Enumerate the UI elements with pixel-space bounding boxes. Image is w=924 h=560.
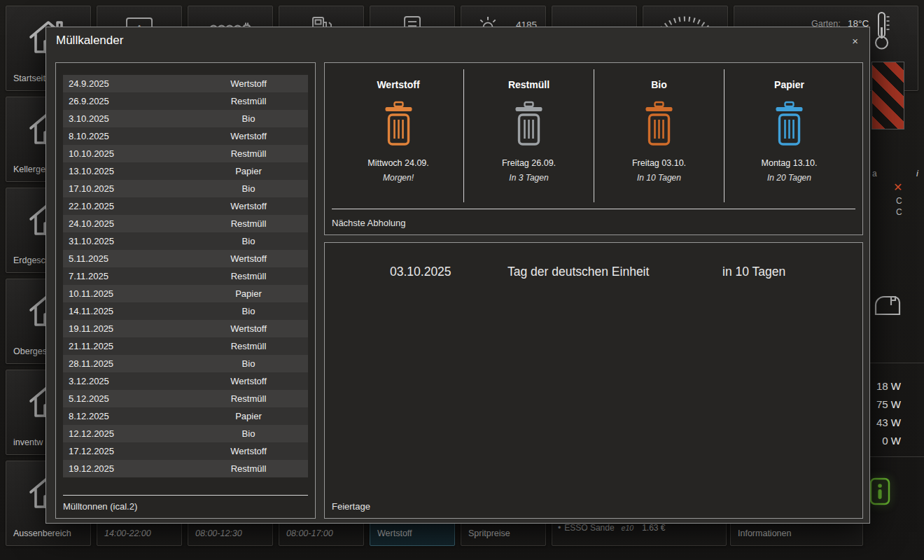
schedule-date: 17.10.2025: [69, 183, 189, 194]
schedule-row: 3.10.2025 Bio: [63, 110, 308, 127]
schedule-date: 19.12.2025: [69, 463, 189, 474]
schedule-type: Bio: [189, 183, 308, 194]
info-green-icon[interactable]: [869, 477, 890, 505]
pickup-date: Freitag 03.10.: [594, 158, 724, 168]
schedule-type: Restmüll: [189, 463, 308, 474]
tile-edge-line: [867, 363, 924, 363]
schedule-row: 24.9.2025 Wertstoff: [63, 75, 308, 92]
schedule-date: 8.10.2025: [69, 131, 189, 141]
next-pickup-caption: Nächste Abholung: [332, 218, 406, 228]
mailbox-icon: [874, 293, 902, 318]
schedule-row: 5.12.2025 Restmüll: [63, 390, 308, 407]
pickup-column: Papier Montag 13.10.: [724, 69, 854, 202]
schedule-type: Restmüll: [189, 271, 308, 281]
schedule-type: Wertstoff: [189, 376, 308, 386]
bullet-icon: •: [558, 523, 561, 533]
schedule-row: 8.12.2025 Papier: [63, 407, 308, 425]
trash-can-icon: [724, 101, 854, 151]
schedule-row: 5.11.2025 Wertstoff: [63, 250, 308, 267]
schedule-type: Bio: [189, 306, 308, 316]
close-icon[interactable]: ×: [848, 34, 862, 48]
schedule-row: 22.10.2025 Wertstoff: [63, 197, 308, 215]
schedule-type: Papier: [189, 411, 308, 421]
next-pickup-panel: Wertstoff Mittwoch 24.09.: [324, 62, 863, 235]
tile-zeit-3-label: 08:00-17:00: [286, 528, 333, 538]
schedule-date: 13.10.2025: [69, 166, 189, 176]
schedule-date: 21.11.2025: [69, 341, 189, 351]
schedule-date: 5.12.2025: [69, 393, 189, 404]
schedule-type: Bio: [189, 113, 308, 124]
schedule-type: Wertstoff: [189, 201, 308, 211]
holidays-caption: Feiertage: [332, 501, 370, 512]
pickup-column: Bio Freitag 03.10.: [594, 69, 724, 202]
info-i-fragment: i: [916, 168, 918, 178]
fuel-price-row: •ESSO Sandee101.63 €: [558, 523, 666, 533]
schedule-type: Restmüll: [189, 393, 308, 404]
schedule-date: 10.10.2025: [69, 148, 189, 159]
schedule-row: 3.12.2025 Wertstoff: [63, 372, 308, 390]
holiday-date: 03.10.2025: [390, 265, 507, 279]
schedule-type: Wertstoff: [189, 78, 308, 89]
pickup-type-label: Restmüll: [464, 79, 594, 90]
text-fragment: C: [896, 207, 902, 217]
schedule-row: 19.11.2025 Wertstoff: [63, 320, 308, 337]
holiday-relative: in 10 Tagen: [722, 265, 862, 279]
pickup-column: Restmüll Freitag 26.09.: [463, 69, 594, 202]
schedule-row: 13.10.2025 Papier: [63, 162, 308, 180]
pickup-type-label: Papier: [724, 79, 854, 90]
schedule-date: 26.9.2025: [69, 96, 189, 106]
pickup-date: Freitag 26.09.: [464, 158, 594, 168]
schedule-row: 17.12.2025 Wertstoff: [63, 442, 308, 460]
schedule-row: 10.10.2025 Restmüll: [63, 145, 308, 162]
schedule-row: 12.12.2025 Bio: [63, 425, 308, 442]
pickup-date: Montag 13.10.: [724, 158, 854, 168]
trash-can-icon: [333, 101, 463, 151]
panel-divider-line: [63, 495, 308, 496]
schedule-caption: Mülltonnen (ical.2): [63, 501, 137, 512]
schedule-row: 19.12.2025 Restmüll: [63, 460, 308, 477]
schedule-row: 24.10.2025 Restmüll: [63, 215, 308, 232]
schedule-date: 8.12.2025: [69, 411, 189, 421]
schedule-list: 24.9.2025 Wertstoff 26.9.2025 Restmüll 3…: [63, 75, 308, 477]
schedule-date: 19.11.2025: [69, 323, 189, 334]
schedule-date: 5.11.2025: [69, 253, 189, 264]
holiday-row: 03.10.2025 Tag der deutschen Einheit in …: [390, 265, 862, 279]
schedule-type: Papier: [189, 288, 308, 299]
schedule-type: Restmüll: [189, 218, 308, 229]
pickup-type-label: Bio: [594, 79, 724, 90]
schedule-type: Bio: [189, 428, 308, 439]
tile-edge-line: [867, 456, 924, 457]
schedule-date: 3.10.2025: [69, 113, 189, 124]
schedule-row: 17.10.2025 Bio: [63, 180, 308, 197]
holiday-name: Tag der deutschen Einheit: [507, 265, 722, 279]
fuel-price: 1.63 €: [642, 523, 665, 533]
tile-wertstoff-label: Wertstoff: [377, 528, 412, 538]
schedule-date: 7.11.2025: [69, 271, 189, 281]
tile-zeit-2-label: 08:00-12:30: [195, 528, 242, 538]
dialog-title: Müllkalender: [56, 34, 123, 48]
tile-zeit-1-label: 14:00-22:00: [104, 528, 151, 538]
schedule-date: 28.11.2025: [69, 358, 189, 369]
pickup-date: Mittwoch 24.09.: [333, 158, 463, 168]
holidays-panel: 03.10.2025 Tag der deutschen Einheit in …: [324, 242, 863, 519]
dashboard-root: Startseite A 4185 Garten: 18°C: [0, 0, 924, 560]
panel-divider-line: [332, 209, 855, 209]
schedule-date: 31.10.2025: [69, 236, 189, 246]
pickup-type-label: Wertstoff: [333, 79, 463, 90]
schedule-row: 8.10.2025 Wertstoff: [63, 127, 308, 145]
tile-aussenbereich-label: Aussenbereich: [13, 528, 71, 538]
pickup-columns: Wertstoff Mittwoch 24.09.: [333, 69, 854, 202]
schedule-type: Bio: [189, 236, 308, 246]
schedule-date: 22.10.2025: [69, 201, 189, 211]
schedule-type: Bio: [189, 358, 308, 369]
schedule-date: 24.10.2025: [69, 218, 189, 229]
schedule-date: 3.12.2025: [69, 376, 189, 386]
schedule-type: Restmüll: [189, 96, 308, 106]
pickup-relative: In 10 Tagen: [594, 173, 724, 183]
tile-spritpreise-label: Spritpreise: [468, 528, 510, 538]
schedule-type: Wertstoff: [189, 131, 308, 141]
text-fragment: C: [896, 196, 902, 206]
muellkalender-dialog: Müllkalender × 24.9.2025 Wertstoff 26.9.…: [46, 27, 870, 524]
schedule-row: 10.11.2025 Papier: [63, 285, 308, 302]
schedule-date: 10.11.2025: [69, 288, 189, 299]
